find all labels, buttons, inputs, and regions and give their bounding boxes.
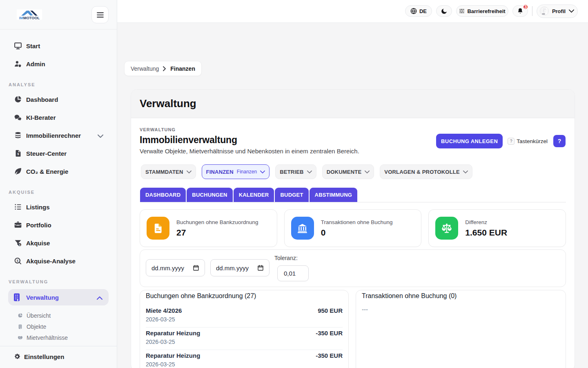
svg-text:$: $ — [19, 244, 20, 246]
svg-text:IMMOTOOL: IMMOTOOL — [19, 16, 40, 20]
svg-text:$: $ — [17, 259, 18, 262]
svg-text:$: $ — [17, 153, 19, 156]
